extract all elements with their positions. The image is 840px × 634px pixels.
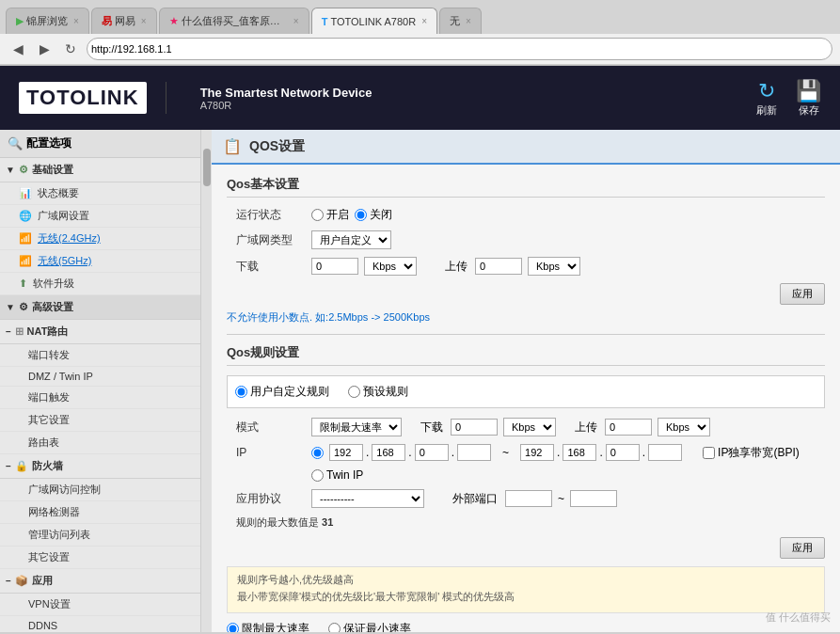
tab-totolink[interactable]: T TOTOLINK A780R × bbox=[311, 8, 437, 34]
upload-input[interactable] bbox=[475, 258, 522, 275]
tab-smzdm[interactable]: ★ 什么值得买_值客原创 | 开箱晒… × bbox=[159, 8, 309, 34]
ip2-c[interactable] bbox=[606, 444, 640, 461]
download-label: 下载 bbox=[236, 259, 311, 275]
address-bar[interactable] bbox=[87, 38, 832, 60]
wan-type-select[interactable]: 用户自定义 bbox=[311, 230, 391, 249]
group-firewall[interactable]: – 🔒 防火墙 bbox=[0, 454, 200, 479]
mode-select[interactable]: 限制最大速率 保证最小速率 bbox=[311, 418, 402, 436]
ip-control: . . . ~ . . bbox=[311, 444, 800, 461]
sidebar-item-natother[interactable]: 其它设置 bbox=[0, 409, 200, 432]
download-unit-select[interactable]: Kbps bbox=[364, 257, 417, 276]
refresh-button[interactable]: ↻ bbox=[60, 39, 81, 59]
sidebar-item-vpn[interactable]: VPN设置 bbox=[0, 594, 200, 616]
protocol-select[interactable]: ---------- bbox=[311, 489, 424, 508]
ip-radio-option[interactable] bbox=[311, 447, 324, 459]
rules-apply-button[interactable]: 应用 bbox=[780, 537, 825, 559]
sidebar-item-netaccess[interactable]: 广域网访问控制 bbox=[0, 479, 200, 501]
ip1-a[interactable] bbox=[329, 444, 363, 461]
min-speed-radio[interactable] bbox=[328, 623, 341, 632]
bpi-checkbox[interactable] bbox=[703, 447, 715, 459]
collapse-apps-icon: – bbox=[6, 576, 11, 586]
ip-radio[interactable] bbox=[311, 447, 324, 459]
ip2-b[interactable] bbox=[563, 444, 596, 461]
custom-rule-option[interactable]: 用户自定义规则 bbox=[235, 384, 329, 400]
ip-tilde: ~ bbox=[502, 446, 509, 459]
ip2-d[interactable] bbox=[648, 444, 682, 461]
sidebar-item-mgmtaccess[interactable]: 管理访问列表 bbox=[0, 524, 200, 547]
run-off-radio[interactable] bbox=[355, 209, 367, 221]
back-button[interactable]: ◀ bbox=[8, 39, 28, 59]
tab-blank[interactable]: 无 × bbox=[439, 8, 482, 34]
tab-close-163[interactable]: × bbox=[141, 16, 147, 26]
save-action[interactable]: 💾 保存 bbox=[796, 79, 821, 118]
sidebar-item-route[interactable]: 路由表 bbox=[0, 432, 200, 454]
wan-type-label: 广域网类型 bbox=[236, 232, 311, 248]
collapse-basic-icon: ▼ bbox=[6, 165, 15, 175]
tab-close[interactable]: × bbox=[73, 16, 79, 26]
max-speed-option[interactable]: 限制最大速率 bbox=[227, 621, 309, 632]
tab-163[interactable]: 易 网易 × bbox=[91, 8, 157, 34]
ip2-a[interactable] bbox=[520, 444, 554, 461]
preset-rule-option[interactable]: 预设规则 bbox=[348, 384, 408, 400]
scroll-thumb[interactable] bbox=[203, 149, 211, 186]
natother-label: 其它设置 bbox=[28, 413, 70, 427]
tab-screenbrowse[interactable]: ▶ 锦屏浏览 × bbox=[6, 8, 89, 34]
sidebar-scrollbar[interactable] bbox=[200, 130, 212, 632]
rule-dl-unit-select[interactable]: Kbps bbox=[503, 418, 556, 436]
sidebar-item-portforward[interactable]: 端口转发 bbox=[0, 344, 200, 367]
basic-apply-row: 应用 bbox=[227, 283, 825, 305]
sidebar-item-porttrigger[interactable]: 端口触发 bbox=[0, 387, 200, 409]
sidebar-item-dmz[interactable]: DMZ / Twin IP bbox=[0, 367, 200, 387]
forward-button[interactable]: ▶ bbox=[34, 39, 55, 59]
collapse-nat-icon: – bbox=[6, 326, 11, 337]
tab-close-totolink[interactable]: × bbox=[421, 16, 427, 26]
sidebar-item-netdetect[interactable]: 网络检测器 bbox=[0, 501, 200, 524]
preset-rule-radio[interactable] bbox=[348, 386, 360, 398]
upload-unit-select[interactable]: Kbps bbox=[528, 257, 580, 276]
custom-rule-radio[interactable] bbox=[235, 386, 247, 398]
run-on-radio[interactable] bbox=[311, 209, 324, 221]
protocol-control: ---------- bbox=[311, 489, 424, 508]
ip1-b[interactable] bbox=[372, 444, 405, 461]
twin-ip-option[interactable]: Twin IP bbox=[311, 468, 363, 482]
sidebar-item-wifi5[interactable]: 📶 无线(5GHz) bbox=[0, 250, 200, 273]
wifi24-icon: 📶 bbox=[19, 232, 32, 245]
sidebar-item-upgrade[interactable]: ⬆ 软件升级 bbox=[0, 273, 200, 295]
basic-apply-button[interactable]: 应用 bbox=[780, 283, 825, 305]
sidebar-item-wan[interactable]: 🌐 广域网设置 bbox=[0, 205, 200, 228]
group-nat[interactable]: – ⊞ NAT路由 bbox=[0, 320, 200, 344]
refresh-action[interactable]: ↻ 刷新 bbox=[756, 79, 777, 118]
sidebar-item-fwother[interactable]: 其它设置 bbox=[0, 547, 200, 569]
vpn-label: VPN设置 bbox=[28, 597, 71, 611]
rule-ul-unit-select[interactable]: Kbps bbox=[658, 418, 710, 436]
group-advanced[interactable]: ▼ ⚙ 高级设置 bbox=[0, 295, 200, 320]
run-on-label: 开启 bbox=[326, 207, 349, 223]
ext-port-from[interactable] bbox=[505, 490, 552, 507]
run-off-option[interactable]: 关闭 bbox=[355, 207, 392, 223]
group-apps[interactable]: – 📦 应用 bbox=[0, 569, 200, 594]
ip1-c[interactable] bbox=[415, 444, 449, 461]
twin-ip-radio[interactable] bbox=[311, 469, 324, 482]
tab-close-smzdm[interactable]: × bbox=[293, 16, 299, 26]
max-speed-radio[interactable] bbox=[227, 623, 239, 632]
sidebar-item-status[interactable]: 📊 状态概要 bbox=[0, 182, 200, 205]
bpi-option[interactable]: IP独享带宽(BPI) bbox=[703, 445, 800, 461]
content-page-title: QOS设置 bbox=[249, 138, 305, 155]
ip1-d[interactable] bbox=[457, 444, 491, 461]
download-input[interactable] bbox=[311, 258, 358, 275]
download-control: Kbps bbox=[311, 257, 417, 276]
group-nat-icon: ⊞ bbox=[15, 325, 24, 338]
run-on-option[interactable]: 开启 bbox=[311, 207, 349, 223]
rule-upload-input[interactable] bbox=[605, 419, 652, 436]
ip-from-range: . . . bbox=[329, 444, 491, 461]
rule-download-label: 下载 bbox=[420, 420, 443, 436]
sidebar-item-ddns[interactable]: DDNS bbox=[0, 616, 200, 632]
collapse-advanced-icon: ▼ bbox=[6, 302, 15, 312]
group-basic[interactable]: ▼ ⚙ 基础设置 bbox=[0, 158, 200, 182]
ext-port-to[interactable] bbox=[570, 490, 617, 507]
rule-download-input[interactable] bbox=[451, 419, 498, 436]
tab-close-blank[interactable]: × bbox=[466, 16, 471, 26]
min-speed-option[interactable]: 保证最小速率 bbox=[328, 621, 411, 632]
mode-row: 模式 限制最大速率 保证最小速率 下载 Kbps 上传 bbox=[236, 418, 825, 436]
sidebar-item-wifi24[interactable]: 📶 无线(2.4GHz) bbox=[0, 228, 200, 250]
